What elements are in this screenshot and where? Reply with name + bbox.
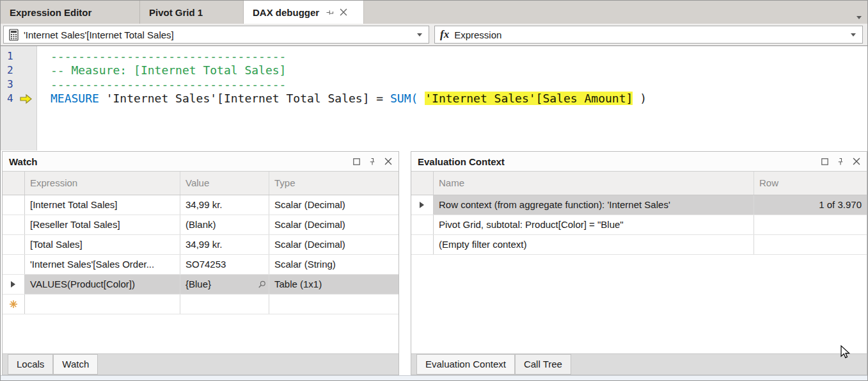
code-area[interactable]: ---------------------------------- -- Me… (38, 46, 867, 150)
context-name: (Empty filter context) (434, 235, 754, 254)
watch-value: SO74253 (180, 255, 269, 274)
watch-grid-header: Expression Value Type (3, 171, 398, 195)
code-line-1: ---------------------------------- (51, 49, 867, 63)
line-number: 1 (7, 50, 13, 62)
tab-pivot-grid-1[interactable]: Pivot Grid 1 (140, 1, 244, 24)
close-icon[interactable] (853, 158, 860, 165)
watch-type (269, 295, 398, 314)
selected-expression-value: Expression (454, 29, 851, 40)
current-row-triangle-icon (420, 202, 424, 208)
tab-call-tree[interactable]: Call Tree (515, 354, 571, 375)
editor-gutter[interactable]: 1 2 3 4 (1, 46, 37, 150)
watch-row-selected[interactable]: VALUES(Product[Color]) {Blue} Table (1x1… (3, 275, 398, 295)
evaluation-grid-header: Name Row (411, 171, 867, 195)
close-icon[interactable] (384, 158, 392, 165)
watch-row[interactable]: [Reseller Total Sales] (Blank) Scalar (D… (3, 215, 398, 235)
evaluation-row-selected[interactable]: Row context (from aggregate function): '… (411, 195, 867, 215)
bottom-status-strip (1, 375, 867, 381)
watch-type: Scalar (Decimal) (269, 235, 398, 254)
maximize-icon[interactable] (353, 158, 360, 165)
tab-evaluation-context[interactable]: Evaluation Context (416, 354, 515, 375)
document-tabbar: Expression Editor Pivot Grid 1 DAX debug… (1, 1, 867, 24)
tab-list-dropdown-icon[interactable] (856, 10, 862, 22)
row-header-column (411, 172, 434, 195)
line-number: 2 (7, 64, 13, 76)
calculator-icon (9, 29, 19, 41)
current-row-triangle-icon (11, 281, 15, 288)
tab-label: Pivot Grid 1 (149, 7, 203, 18)
tab-expression-editor[interactable]: Expression Editor (1, 1, 140, 24)
context-row-count (754, 215, 867, 234)
context-row-count (754, 235, 867, 254)
watch-type: Scalar (Decimal) (269, 215, 398, 234)
chevron-down-icon[interactable] (851, 33, 856, 36)
close-icon[interactable] (340, 8, 347, 16)
current-statement-arrow-icon (19, 93, 33, 104)
column-header-row[interactable]: Row (754, 172, 867, 195)
watch-expression: [Internet Total Sales] (25, 195, 180, 215)
watch-row[interactable]: 'Internet Sales'[Sales Order... SO74253 … (3, 255, 398, 275)
pin-icon[interactable] (368, 158, 376, 166)
watch-new-row[interactable] (3, 295, 398, 314)
evaluation-row[interactable]: Pivot Grid, subtotal: Product[Color] = "… (411, 215, 867, 235)
fx-icon: fx (440, 28, 449, 41)
new-row-star-icon (9, 300, 18, 309)
tab-label: DAX debugger (253, 7, 319, 18)
evaluation-context-panel: Evaluation Context Name Row Row context … (411, 151, 867, 375)
dax-debugger-window: Expression Editor Pivot Grid 1 DAX debug… (0, 0, 868, 381)
evaluated-expression-highlight: 'Internet Sales'[Sales Amount] (425, 92, 633, 105)
context-name: Row context (from aggregate function): '… (434, 195, 754, 215)
tab-label: Expression Editor (10, 7, 91, 18)
column-header-expression[interactable]: Expression (25, 172, 180, 195)
line-number: 4 (7, 92, 13, 104)
tab-locals[interactable]: Locals (8, 354, 53, 375)
tab-dax-debugger[interactable]: DAX debugger (244, 1, 364, 24)
evaluation-context-panel-header[interactable]: Evaluation Context (411, 152, 867, 171)
magnifier-icon[interactable] (258, 280, 266, 289)
watch-value: (Blank) (180, 215, 269, 234)
watch-value: 34,99 kr. (180, 195, 269, 215)
watch-expression: [Reseller Total Sales] (25, 215, 180, 234)
dax-code-editor[interactable]: 1 2 3 4 --------------------------------… (1, 45, 867, 150)
line-number: 3 (7, 78, 13, 90)
panel-title: Watch (9, 156, 353, 167)
watch-value (180, 295, 269, 314)
watch-panel: Watch Expression Value Type [Internet To… (2, 151, 399, 375)
panel-title: Evaluation Context (418, 156, 821, 167)
row-header-column (3, 172, 25, 195)
evaluation-footer-tabbar: Evaluation Context Call Tree (411, 353, 867, 375)
tab-watch[interactable]: Watch (53, 354, 98, 375)
watch-value: 34,99 kr. (180, 235, 269, 254)
column-header-value[interactable]: Value (180, 172, 269, 195)
watch-expression: 'Internet Sales'[Sales Order... (25, 255, 180, 274)
watch-value: {Blue} (185, 279, 211, 289)
context-row-count: 1 of 3.970 (754, 195, 867, 215)
pin-icon[interactable] (326, 8, 334, 17)
measure-selector[interactable]: 'Internet Sales'[Internet Total Sales] (3, 26, 429, 44)
watch-panel-header[interactable]: Watch (3, 152, 398, 171)
code-line-2: -- Measure: [Internet Total Sales] (51, 63, 867, 77)
code-line-3: ---------------------------------- (51, 77, 867, 92)
chevron-down-icon[interactable] (417, 33, 422, 36)
context-name: Pivot Grid, subtotal: Product[Color] = "… (434, 215, 754, 234)
column-header-type[interactable]: Type (269, 172, 398, 195)
watch-expression: VALUES(Product[Color]) (25, 275, 180, 294)
expression-selector[interactable]: fx Expression (434, 26, 863, 44)
maximize-icon[interactable] (821, 158, 828, 165)
debugger-toolbar: 'Internet Sales'[Internet Total Sales] f… (1, 24, 867, 45)
watch-footer-tabbar: Locals Watch (3, 353, 398, 375)
watch-row[interactable]: [Internet Total Sales] 34,99 kr. Scalar … (3, 195, 398, 215)
column-header-name[interactable]: Name (434, 172, 754, 195)
watch-row[interactable]: [Total Sales] 34,99 kr. Scalar (Decimal) (3, 235, 398, 255)
watch-expression: [Total Sales] (25, 235, 180, 254)
watch-type: Table (1x1) (269, 275, 398, 294)
watch-type: Scalar (String) (269, 255, 398, 274)
watch-type: Scalar (Decimal) (269, 195, 398, 215)
evaluation-row[interactable]: (Empty filter context) (411, 235, 867, 255)
selected-measure-value: 'Internet Sales'[Internet Total Sales] (24, 29, 417, 40)
pin-icon[interactable] (837, 158, 844, 166)
code-line-4: MEASURE 'Internet Sales'[Internet Total … (51, 92, 867, 106)
watch-expression[interactable] (25, 295, 180, 314)
